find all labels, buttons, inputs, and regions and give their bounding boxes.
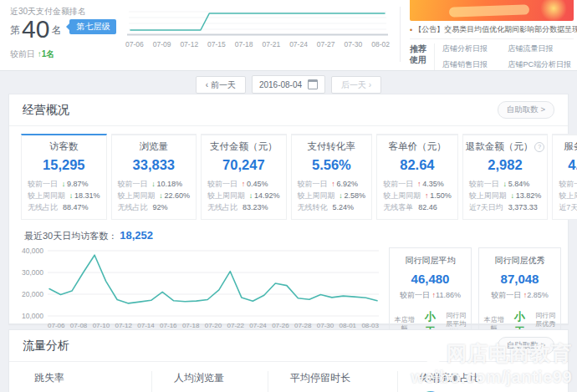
divider	[400, 7, 401, 62]
traffic-metric-terminal-share: 终端流量占比 PC端 12% 无线端 88%	[397, 371, 559, 392]
metric-row-label: 较上周同期	[207, 190, 245, 201]
metric-row-label: 较上周同期	[28, 190, 65, 201]
trend-arrow-icon: ↑	[423, 190, 430, 201]
trend-arrow-icon: ↓	[60, 178, 67, 190]
metric-row-value: 83.23%	[243, 201, 268, 213]
peer-delta-label: 较前一日	[491, 291, 521, 299]
x-tick-label: 07-18	[235, 40, 253, 48]
calendar-icon	[308, 79, 318, 89]
dashboard-page: 近30天支付金额排名 第 40 名 第七层级 较前日 ↑1名 07-0607-0…	[0, 0, 577, 392]
metric-title: 退款金额（元）	[466, 141, 534, 151]
x-tick-label: 07-08	[70, 322, 87, 329]
report-link-shop-traffic[interactable]: 店铺流量日报	[508, 43, 574, 54]
traffic-metric-bounce-rate: 跳失率 61.05%	[9, 371, 151, 392]
peer-delta-value: 2.85%	[527, 291, 549, 299]
traffic-title: 流量分析	[23, 339, 69, 354]
x-tick-label: 07-10	[93, 322, 110, 329]
report-link-shop-analysis[interactable]: 店铺分析日报	[442, 43, 508, 54]
peer-box-title: 同行同层平均	[392, 255, 468, 267]
level-badge: 第七层级	[69, 19, 116, 34]
x-tick-label: 07-12	[180, 40, 198, 48]
metric-tab-conversion-rate[interactable]: 支付转化率 5.56% 较前一日↑6.92% 较上周同期↓2.58% 无线转化5…	[291, 134, 373, 220]
prev-day-button[interactable]: ‹ 前一天	[196, 76, 246, 94]
metric-tab-visitors[interactable]: 访客数 15,295 较前一日↓9.87% 较上周同期↓18.31% 无线占比8…	[21, 134, 107, 220]
promo-banner[interactable]	[410, 0, 574, 21]
x-tick-label: 08-01	[340, 322, 356, 329]
metric-value: 4.83748	[555, 157, 577, 173]
metric-tab-pageviews[interactable]: 浏览量 33,833 较前一日↓10.18% 较上周同期↓22.60% 无线占比…	[111, 134, 197, 220]
x-tick-label: 07-18	[182, 322, 199, 329]
x-tick-label: 07-06	[48, 322, 64, 329]
metric-title: 服务态度评分	[555, 140, 577, 153]
announcement-link[interactable]: • 【公告】 交易类目均值优化期间影响部分数据呈现 2016-07-22	[410, 24, 574, 35]
overview-title: 经营概况	[23, 103, 69, 118]
metric-row-label: 较上周同期	[298, 190, 335, 201]
rank-value: 40	[22, 17, 49, 42]
metric-row-value: 6.92%	[337, 178, 359, 190]
metric-row-label: 较前一日	[298, 178, 328, 190]
metric-row-label: 较上周同期	[383, 190, 421, 201]
help-icon[interactable]: ?	[534, 142, 544, 152]
metric-value: 2,982	[466, 157, 545, 173]
metric-row-value: 5.84%	[508, 178, 530, 190]
x-tick-label: 07-22	[227, 322, 244, 329]
announcement-tag: 【公告】	[414, 24, 444, 35]
x-tick-label: 07-21	[262, 40, 280, 48]
traffic-metric-avg-stay-time: 平均停留时长 46秒	[268, 371, 397, 392]
report-link-shop-pc-analysis[interactable]: 店铺PC端分析日报	[508, 59, 574, 70]
metric-tab-service-rating[interactable]: 服务态度评分 4.83748 较前一日↑0% 较上周同期↑0.06% 近7天日均…	[552, 134, 577, 220]
rank-trend-chart: 07-0607-0907-1207-1507-1807-2107-2407-27…	[125, 7, 390, 48]
metric-row-value: 9.87%	[67, 178, 89, 190]
trend-arrow-icon: ↑	[240, 178, 247, 190]
metric-title: 支付金额（元）	[204, 140, 283, 153]
x-tick-label: 07-28	[294, 322, 311, 329]
rank-trend-x-axis: 07-0607-0907-1207-1507-1807-2107-2407-27…	[125, 40, 390, 48]
metric-row-value: 13.82%	[516, 190, 542, 201]
traffic-metric-label: 平均停留时长	[290, 371, 397, 385]
x-tick-label: 07-16	[160, 322, 176, 329]
bullet-icon: •	[410, 26, 412, 34]
date-value: 2016-08-04	[259, 80, 302, 89]
metric-row-label: 近7天日均	[559, 201, 577, 213]
y-tick-label: 20,000	[22, 290, 43, 298]
peer-box-title: 同行同层优秀	[482, 255, 558, 267]
metric-value: 5.56%	[294, 157, 370, 173]
next-day-button[interactable]: 后一天 ›	[331, 76, 381, 94]
x-tick-label: 07-09	[153, 40, 171, 48]
x-tick-label: 07-06	[125, 40, 144, 48]
metric-row-value: 5.24%	[333, 201, 355, 213]
report-link-shop-sales[interactable]: 店铺销售日报	[442, 59, 508, 70]
x-tick-label: 07-24	[249, 322, 266, 329]
trend-arrow-icon: ↓	[509, 190, 516, 201]
peer-box-value: 87,048	[482, 272, 558, 286]
trend-arrow-icon: ↑	[330, 178, 337, 190]
date-navigation: ‹ 前一天 2016-08-04 后一天 ›	[0, 75, 577, 94]
metric-tab-avg-order-value[interactable]: 客单价（元） 82.64 较前一日↑4.35% 较上周同期↑1.50% 无线客单…	[376, 134, 458, 220]
date-picker[interactable]: 2016-08-04	[252, 75, 325, 94]
self-service-data-button[interactable]: 自助取数 >	[498, 101, 554, 119]
metric-row-label: 较前一日	[28, 178, 58, 190]
metric-tab-refund-amount[interactable]: 退款金额（元）? 2,982 较前一日↓5.84% 较上周同期↓13.82% 近…	[462, 134, 549, 220]
x-tick-label: 07-24	[289, 40, 308, 48]
trend-arrow-icon: ↓	[151, 178, 157, 190]
metric-value: 70,247	[204, 157, 283, 173]
metric-tabs: 访客数 15,295 较前一日↓9.87% 较上周同期↓18.31% 无线占比8…	[21, 134, 556, 220]
x-tick-label: 07-30	[345, 40, 363, 48]
y-axis: 40,00030,00020,00010,000	[14, 249, 48, 319]
metric-value: 82.64	[380, 157, 455, 173]
traffic-metric-label: 人均浏览量	[174, 371, 268, 385]
x-tick-label: 07-27	[317, 40, 335, 48]
metric-row-value: 92%	[153, 201, 168, 213]
metric-tab-payment-amount[interactable]: 支付金额（元） 70,247 较前一日↑0.45% 较上周同期↓14.92% 无…	[201, 134, 287, 220]
rank-delta-label: 较前日	[10, 49, 35, 59]
metric-value: 33,833	[115, 157, 194, 173]
overview-section: 经营概况 自助取数 > 访客数 15,295 较前一日↓9.87% 较上周同期↓…	[8, 94, 569, 324]
x-tick-label: 07-26	[272, 322, 288, 329]
self-service-data-button[interactable]: 自助取数 >	[498, 337, 554, 354]
trend-arrow-icon: ↓	[68, 190, 74, 201]
avg-visitors-label: 最近30天日均访客数：	[24, 231, 117, 241]
metric-title: 客单价（元）	[380, 140, 455, 153]
metric-row-label: 较上周同期	[469, 190, 507, 201]
rank-trend-svg	[125, 7, 390, 38]
metric-title: 访客数	[24, 140, 104, 153]
